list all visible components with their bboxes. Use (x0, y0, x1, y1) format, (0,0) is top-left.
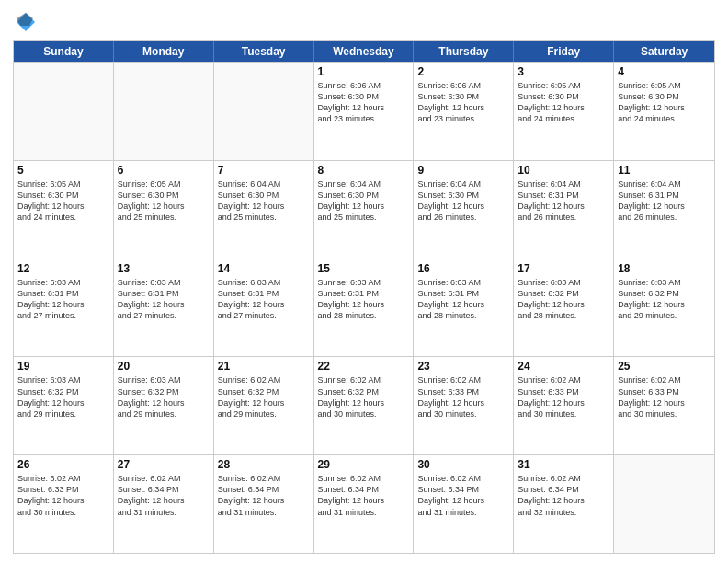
day-cell-31: 31Sunrise: 6:02 AM Sunset: 6:34 PM Dayli… (514, 455, 614, 553)
day-info: Sunrise: 6:05 AM Sunset: 6:30 PM Dayligh… (17, 178, 109, 224)
day-cell-28: 28Sunrise: 6:02 AM Sunset: 6:34 PM Dayli… (214, 455, 314, 553)
day-info: Sunrise: 6:02 AM Sunset: 6:33 PM Dayligh… (518, 374, 609, 419)
day-number: 12 (17, 262, 109, 275)
calendar-row-5: 26Sunrise: 6:02 AM Sunset: 6:33 PM Dayli… (14, 454, 714, 553)
day-cell-9: 9Sunrise: 6:04 AM Sunset: 6:30 PM Daylig… (414, 161, 514, 259)
day-cell-2: 2Sunrise: 6:06 AM Sunset: 6:30 PM Daylig… (414, 63, 514, 160)
page: SundayMondayTuesdayWednesdayThursdayFrid… (0, 0, 728, 563)
calendar-row-3: 12Sunrise: 6:03 AM Sunset: 6:31 PM Dayli… (14, 259, 714, 357)
day-cell-27: 27Sunrise: 6:02 AM Sunset: 6:34 PM Dayli… (114, 455, 214, 553)
header (13, 9, 715, 35)
day-number: 23 (417, 360, 509, 373)
weekday-header-wednesday: Wednesday (314, 41, 415, 62)
weekday-header-friday: Friday (514, 41, 614, 62)
day-cell-7: 7Sunrise: 6:04 AM Sunset: 6:30 PM Daylig… (214, 161, 314, 259)
day-info: Sunrise: 6:03 AM Sunset: 6:32 PM Dayligh… (17, 374, 109, 419)
day-number: 15 (318, 262, 410, 275)
day-cell-16: 16Sunrise: 6:03 AM Sunset: 6:31 PM Dayli… (414, 259, 514, 357)
day-info: Sunrise: 6:04 AM Sunset: 6:30 PM Dayligh… (218, 178, 310, 224)
day-number: 1 (318, 65, 410, 78)
day-cell-12: 12Sunrise: 6:03 AM Sunset: 6:31 PM Dayli… (14, 259, 114, 357)
weekday-header-tuesday: Tuesday (214, 41, 314, 62)
day-number: 20 (118, 360, 210, 373)
day-cell-17: 17Sunrise: 6:03 AM Sunset: 6:32 PM Dayli… (514, 259, 614, 357)
day-info: Sunrise: 6:02 AM Sunset: 6:32 PM Dayligh… (318, 374, 410, 419)
day-info: Sunrise: 6:05 AM Sunset: 6:30 PM Dayligh… (618, 80, 711, 125)
day-cell-10: 10Sunrise: 6:04 AM Sunset: 6:31 PM Dayli… (514, 161, 614, 259)
day-cell-8: 8Sunrise: 6:04 AM Sunset: 6:30 PM Daylig… (314, 161, 415, 259)
weekday-header-sunday: Sunday (14, 41, 114, 62)
day-number: 19 (17, 360, 109, 373)
day-info: Sunrise: 6:04 AM Sunset: 6:31 PM Dayligh… (518, 178, 609, 224)
day-info: Sunrise: 6:03 AM Sunset: 6:32 PM Dayligh… (118, 374, 210, 419)
empty-cell (14, 63, 114, 160)
calendar: SundayMondayTuesdayWednesdayThursdayFrid… (13, 40, 715, 554)
day-cell-29: 29Sunrise: 6:02 AM Sunset: 6:34 PM Dayli… (314, 455, 415, 553)
day-info: Sunrise: 6:03 AM Sunset: 6:32 PM Dayligh… (518, 277, 609, 322)
day-number: 31 (518, 458, 609, 471)
day-info: Sunrise: 6:03 AM Sunset: 6:31 PM Dayligh… (218, 277, 310, 322)
day-info: Sunrise: 6:06 AM Sunset: 6:30 PM Dayligh… (318, 80, 410, 125)
logo (13, 9, 42, 35)
day-info: Sunrise: 6:02 AM Sunset: 6:32 PM Dayligh… (218, 374, 310, 419)
day-cell-23: 23Sunrise: 6:02 AM Sunset: 6:33 PM Dayli… (414, 357, 514, 454)
day-number: 29 (318, 458, 410, 471)
day-number: 14 (218, 262, 310, 275)
day-info: Sunrise: 6:05 AM Sunset: 6:30 PM Dayligh… (118, 178, 210, 224)
day-cell-20: 20Sunrise: 6:03 AM Sunset: 6:32 PM Dayli… (114, 357, 214, 454)
day-number: 6 (118, 164, 210, 177)
calendar-row-2: 5Sunrise: 6:05 AM Sunset: 6:30 PM Daylig… (14, 160, 714, 259)
day-info: Sunrise: 6:02 AM Sunset: 6:33 PM Dayligh… (618, 374, 711, 419)
day-number: 24 (518, 360, 609, 373)
day-number: 22 (318, 360, 410, 373)
day-info: Sunrise: 6:03 AM Sunset: 6:31 PM Dayligh… (118, 277, 210, 322)
weekday-header-saturday: Saturday (614, 41, 714, 62)
day-cell-21: 21Sunrise: 6:02 AM Sunset: 6:32 PM Dayli… (214, 357, 314, 454)
weekday-header-monday: Monday (114, 41, 214, 62)
day-number: 8 (318, 164, 410, 177)
empty-cell (614, 455, 714, 553)
day-info: Sunrise: 6:03 AM Sunset: 6:32 PM Dayligh… (618, 277, 711, 322)
calendar-row-4: 19Sunrise: 6:03 AM Sunset: 6:32 PM Dayli… (14, 356, 714, 454)
calendar-header: SundayMondayTuesdayWednesdayThursdayFrid… (14, 41, 714, 62)
day-cell-3: 3Sunrise: 6:05 AM Sunset: 6:30 PM Daylig… (514, 63, 614, 160)
day-cell-30: 30Sunrise: 6:02 AM Sunset: 6:34 PM Dayli… (414, 455, 514, 553)
day-number: 26 (17, 458, 109, 471)
day-info: Sunrise: 6:04 AM Sunset: 6:30 PM Dayligh… (417, 178, 509, 224)
day-cell-1: 1Sunrise: 6:06 AM Sunset: 6:30 PM Daylig… (314, 63, 415, 160)
day-number: 7 (218, 164, 310, 177)
day-cell-6: 6Sunrise: 6:05 AM Sunset: 6:30 PM Daylig… (114, 161, 214, 259)
day-number: 13 (118, 262, 210, 275)
day-cell-11: 11Sunrise: 6:04 AM Sunset: 6:31 PM Dayli… (614, 161, 714, 259)
weekday-header-thursday: Thursday (414, 41, 514, 62)
day-number: 16 (417, 262, 509, 275)
day-number: 3 (518, 65, 609, 78)
day-number: 4 (618, 65, 711, 78)
day-info: Sunrise: 6:02 AM Sunset: 6:34 PM Dayligh… (518, 473, 609, 518)
day-cell-26: 26Sunrise: 6:02 AM Sunset: 6:33 PM Dayli… (14, 455, 114, 553)
day-info: Sunrise: 6:02 AM Sunset: 6:34 PM Dayligh… (118, 473, 210, 518)
day-info: Sunrise: 6:02 AM Sunset: 6:34 PM Dayligh… (318, 473, 410, 518)
day-cell-15: 15Sunrise: 6:03 AM Sunset: 6:31 PM Dayli… (314, 259, 415, 357)
day-cell-24: 24Sunrise: 6:02 AM Sunset: 6:33 PM Dayli… (514, 357, 614, 454)
day-number: 10 (518, 164, 609, 177)
day-cell-13: 13Sunrise: 6:03 AM Sunset: 6:31 PM Dayli… (114, 259, 214, 357)
day-cell-22: 22Sunrise: 6:02 AM Sunset: 6:32 PM Dayli… (314, 357, 415, 454)
day-info: Sunrise: 6:03 AM Sunset: 6:31 PM Dayligh… (417, 277, 509, 322)
empty-cell (214, 63, 314, 160)
day-number: 21 (218, 360, 310, 373)
day-cell-14: 14Sunrise: 6:03 AM Sunset: 6:31 PM Dayli… (214, 259, 314, 357)
day-number: 27 (118, 458, 210, 471)
day-info: Sunrise: 6:02 AM Sunset: 6:33 PM Dayligh… (417, 374, 509, 419)
day-number: 18 (618, 262, 711, 275)
day-info: Sunrise: 6:06 AM Sunset: 6:30 PM Dayligh… (417, 80, 509, 125)
calendar-body: 1Sunrise: 6:06 AM Sunset: 6:30 PM Daylig… (14, 62, 714, 553)
day-cell-25: 25Sunrise: 6:02 AM Sunset: 6:33 PM Dayli… (614, 357, 714, 454)
day-number: 2 (417, 65, 509, 78)
calendar-row-1: 1Sunrise: 6:06 AM Sunset: 6:30 PM Daylig… (14, 62, 714, 160)
day-info: Sunrise: 6:04 AM Sunset: 6:31 PM Dayligh… (618, 178, 711, 224)
day-info: Sunrise: 6:02 AM Sunset: 6:33 PM Dayligh… (17, 473, 109, 518)
day-info: Sunrise: 6:03 AM Sunset: 6:31 PM Dayligh… (17, 277, 109, 322)
day-number: 5 (17, 164, 109, 177)
day-number: 11 (618, 164, 711, 177)
